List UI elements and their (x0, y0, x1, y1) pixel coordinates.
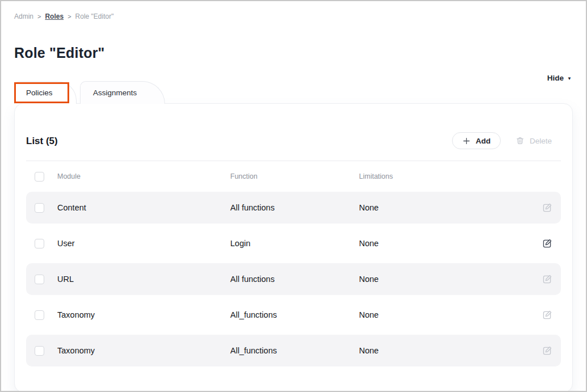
panel-header: List (5) Add (26, 104, 561, 161)
delete-button-label: Delete (530, 137, 552, 145)
cell-function: All functions (230, 275, 359, 284)
cell-function: All functions (230, 203, 359, 212)
row-checkbox[interactable] (35, 203, 44, 213)
tab-bar: Policies Assignments Hide ▼ (14, 81, 573, 104)
row-checkbox[interactable] (35, 310, 44, 320)
cell-limitations: None (359, 203, 527, 212)
breadcrumb-separator: > (67, 12, 71, 20)
cell-module: Taxonomy (57, 346, 230, 355)
column-header-module: Module (57, 172, 230, 180)
table-row: User Login None (26, 227, 561, 259)
list-title: List (5) (26, 133, 58, 149)
edit-icon[interactable] (542, 310, 552, 321)
cell-limitations: None (359, 346, 527, 355)
row-checkbox[interactable] (35, 239, 44, 248)
hide-toggle-label: Hide (547, 74, 564, 82)
breadcrumb-current: Role "Editor" (75, 12, 114, 20)
cell-module: User (57, 239, 230, 248)
page: Admin > Roles > Role "Editor" Role "Edit… (0, 0, 587, 392)
edit-icon[interactable] (542, 203, 552, 213)
edit-icon[interactable] (542, 238, 552, 249)
breadcrumb: Admin > Roles > Role "Editor" (1, 1, 586, 20)
cell-module: Taxonomy (57, 310, 230, 319)
cell-function: All_functions (230, 310, 359, 319)
column-header-function: Function (230, 172, 359, 180)
cell-module: Content (57, 203, 230, 212)
page-title: Role "Editor" (14, 45, 586, 61)
cell-function: All_functions (230, 346, 359, 355)
table-row: URL All functions None (26, 263, 561, 295)
plus-icon (462, 137, 471, 145)
edit-icon[interactable] (542, 345, 552, 356)
add-button-label: Add (476, 137, 491, 145)
breadcrumb-admin: Admin (14, 12, 33, 20)
breadcrumb-separator: > (37, 12, 41, 20)
select-all-checkbox[interactable] (35, 172, 44, 182)
row-checkbox[interactable] (35, 346, 44, 356)
policies-panel: List (5) Add (14, 103, 573, 392)
breadcrumb-roles-link[interactable]: Roles (45, 12, 64, 20)
add-button[interactable]: Add (452, 132, 501, 149)
column-header-limitations: Limitations (359, 172, 527, 180)
trash-icon (516, 136, 525, 145)
table-row: Taxonomy All_functions None (26, 335, 561, 366)
cell-limitations: None (359, 310, 527, 319)
tab-assignments[interactable]: Assignments (80, 81, 165, 104)
tab-policies-label: Policies (26, 88, 53, 97)
table-body: Content All functions None User Login No… (26, 192, 561, 366)
cell-limitations: None (359, 239, 527, 248)
tab-policies[interactable]: Policies (14, 81, 77, 104)
cell-function: Login (230, 239, 359, 248)
cell-module: URL (57, 275, 230, 284)
panel-actions: Add Delete (452, 132, 561, 149)
delete-button[interactable]: Delete (516, 136, 552, 145)
tab-assignments-label: Assignments (93, 88, 137, 97)
edit-icon[interactable] (542, 274, 552, 285)
hide-toggle[interactable]: Hide ▼ (547, 74, 572, 82)
caret-down-icon: ▼ (567, 75, 572, 81)
cell-limitations: None (359, 275, 527, 284)
table-row: Content All functions None (26, 192, 561, 224)
table-header-row: Module Function Limitations (26, 161, 561, 192)
row-checkbox[interactable] (35, 275, 44, 284)
table-row: Taxonomy All_functions None (26, 299, 561, 331)
